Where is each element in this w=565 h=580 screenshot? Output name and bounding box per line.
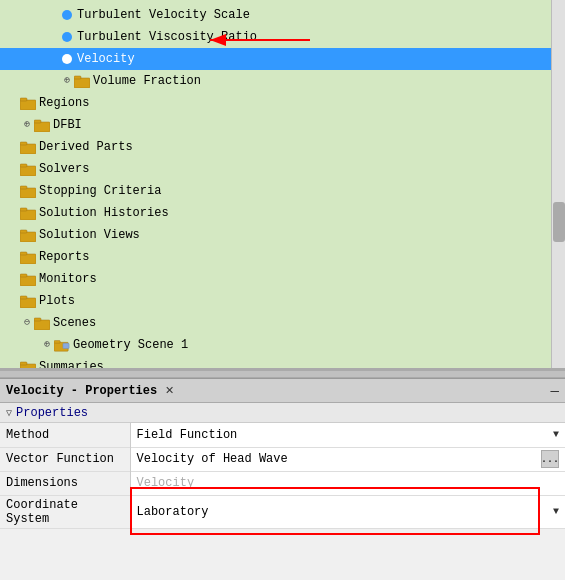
prop-value-vector-function[interactable]: Velocity of Head Wave ...: [130, 447, 565, 471]
method-value: Field Function: [137, 428, 553, 442]
folder-icon: [34, 118, 50, 132]
tree-item-regions[interactable]: Regions: [0, 92, 565, 114]
prop-row-dimensions: Dimensions Velocity: [0, 471, 565, 495]
expand-icon[interactable]: ⊕: [60, 74, 74, 88]
tree-item-scenes[interactable]: ⊖ Scenes: [0, 312, 565, 334]
tree-item-label: DFBI: [53, 118, 82, 132]
properties-table: Method Field Function ▼ Vector Function …: [0, 423, 565, 529]
folder-icon: [20, 96, 36, 110]
tree-item-monitors[interactable]: Monitors: [0, 268, 565, 290]
svg-rect-23: [20, 296, 27, 299]
bullet-icon: [62, 10, 72, 20]
tree-item-label: Summaries: [39, 360, 104, 370]
svg-rect-14: [20, 210, 36, 220]
tree-item-solution-histories[interactable]: Solution Histories: [0, 202, 565, 224]
panel-separator: [0, 370, 565, 378]
tree-panel: Turbulent Velocity Scale Turbulent Visco…: [0, 0, 565, 370]
folder-icon: [20, 272, 36, 286]
scrollbar[interactable]: [551, 0, 565, 368]
svg-rect-25: [34, 318, 41, 321]
tree-item-stopping-criteria[interactable]: Stopping Criteria: [0, 180, 565, 202]
close-button[interactable]: ✕: [163, 384, 176, 397]
folder-icon: [34, 316, 50, 330]
bullet-icon: [62, 54, 72, 64]
svg-rect-12: [20, 188, 36, 198]
tree-item-label: Plots: [39, 294, 75, 308]
svg-rect-20: [20, 276, 36, 286]
svg-rect-17: [20, 230, 27, 233]
tree-item-derived-parts[interactable]: Derived Parts: [0, 136, 565, 158]
expand-icon[interactable]: ⊖: [20, 316, 34, 330]
svg-rect-24: [34, 320, 50, 330]
vector-function-value: Velocity of Head Wave: [137, 452, 542, 466]
prop-row-coordinate-system: Coordinate System Laboratory ▼: [0, 495, 565, 528]
svg-rect-19: [20, 252, 27, 255]
prop-value-coordinate-system[interactable]: Laboratory ▼: [130, 495, 565, 528]
prop-label-coordinate-system: Coordinate System: [0, 495, 130, 528]
svg-rect-30: [20, 362, 27, 365]
folder-icon: [74, 74, 90, 88]
tree-item-plots[interactable]: Plots: [0, 290, 565, 312]
prop-value-method[interactable]: Field Function ▼: [130, 423, 565, 447]
prop-row-method: Method Field Function ▼: [0, 423, 565, 447]
prop-label-method: Method: [0, 423, 130, 447]
tree-item-label: Turbulent Velocity Scale: [77, 8, 250, 22]
folder-icon: [20, 162, 36, 176]
tree-item-label: Turbulent Viscosity Ratio: [77, 30, 257, 44]
svg-rect-2: [74, 78, 90, 88]
tree-item-turb-visc-ratio[interactable]: Turbulent Viscosity Ratio: [0, 26, 565, 48]
folder-icon: [20, 360, 36, 370]
tree-item-label: Velocity: [77, 52, 135, 66]
svg-rect-18: [20, 254, 36, 264]
svg-rect-13: [20, 186, 27, 189]
folder-icon: [20, 228, 36, 242]
tree-item-label: Scenes: [53, 316, 96, 330]
folder-icon: [20, 184, 36, 198]
tree-item-label: Solution Histories: [39, 206, 169, 220]
tree-item-solution-views[interactable]: Solution Views: [0, 224, 565, 246]
svg-rect-8: [20, 144, 36, 154]
properties-section-header[interactable]: ▽ Properties: [0, 403, 565, 423]
ellipsis-button[interactable]: ...: [541, 450, 559, 468]
svg-rect-16: [20, 232, 36, 242]
minimize-button[interactable]: —: [551, 384, 559, 398]
tree-item-label: Solution Views: [39, 228, 140, 242]
tree-item-reports[interactable]: Reports: [0, 246, 565, 268]
tree-item-dfbi[interactable]: ⊕ DFBI: [0, 114, 565, 136]
prop-label-dimensions: Dimensions: [0, 471, 130, 495]
tree-item-velocity[interactable]: Velocity: [0, 48, 565, 70]
properties-titlebar: Velocity - Properties ✕ —: [0, 379, 565, 403]
tree-item-label: Geometry Scene 1: [73, 338, 188, 352]
svg-rect-3: [74, 76, 81, 79]
tree-item-geometry-scene-1[interactable]: ⊕ Geometry Scene 1: [0, 334, 565, 356]
folder-icon: [20, 294, 36, 308]
method-value-cell: Field Function ▼: [137, 428, 560, 442]
bullet-icon: [62, 32, 72, 42]
tree-item-turb-vel-scale[interactable]: Turbulent Velocity Scale: [0, 4, 565, 26]
svg-rect-7: [34, 120, 41, 123]
dropdown-arrow-icon[interactable]: ▼: [553, 429, 559, 440]
dimensions-value: Velocity: [137, 476, 195, 490]
vector-function-value-cell: Velocity of Head Wave ...: [137, 450, 560, 468]
tree-item-label: Volume Fraction: [93, 74, 201, 88]
collapse-icon: ▽: [6, 407, 12, 419]
svg-rect-27: [54, 341, 60, 344]
tree-item-label: Monitors: [39, 272, 97, 286]
coord-system-value: Laboratory: [137, 505, 553, 519]
svg-rect-22: [20, 298, 36, 308]
tree-item-summaries[interactable]: Summaries: [0, 356, 565, 370]
tree-item-label: Solvers: [39, 162, 89, 176]
tree-item-volume-fraction[interactable]: ⊕ Volume Fraction: [0, 70, 565, 92]
expand-icon[interactable]: ⊕: [20, 118, 34, 132]
svg-rect-10: [20, 166, 36, 176]
prop-value-dimensions: Velocity: [130, 471, 565, 495]
expand-icon[interactable]: ⊕: [40, 338, 54, 352]
tree-item-solvers[interactable]: Solvers: [0, 158, 565, 180]
scrollbar-thumb[interactable]: [553, 202, 565, 242]
prop-row-vector-function: Vector Function Velocity of Head Wave ..…: [0, 447, 565, 471]
dropdown-arrow-icon[interactable]: ▼: [553, 506, 559, 517]
svg-rect-21: [20, 274, 27, 277]
tree-item-label: Stopping Criteria: [39, 184, 161, 198]
folder-icon: [20, 140, 36, 154]
titlebar-left: Velocity - Properties ✕: [6, 384, 176, 398]
